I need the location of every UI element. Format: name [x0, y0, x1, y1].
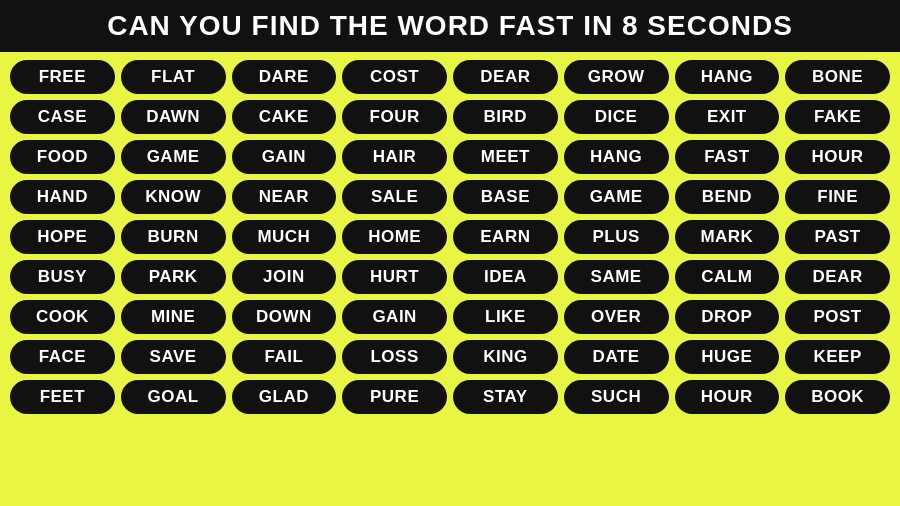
word-pill: GLAD — [232, 380, 337, 414]
word-pill: CALM — [675, 260, 780, 294]
word-pill: HANG — [675, 60, 780, 94]
word-pill: PARK — [121, 260, 226, 294]
word-pill: FAST — [675, 140, 780, 174]
word-pill: DARE — [232, 60, 337, 94]
word-pill: DROP — [675, 300, 780, 334]
word-pill: FREE — [10, 60, 115, 94]
word-pill: DEAR — [453, 60, 558, 94]
word-pill: FINE — [785, 180, 890, 214]
word-pill: PLUS — [564, 220, 669, 254]
word-pill: CASE — [10, 100, 115, 134]
word-pill: LIKE — [453, 300, 558, 334]
word-pill: BEND — [675, 180, 780, 214]
word-grid: FREEFLATDARECOSTDEARGROWHANGBONECASEDAWN… — [0, 52, 900, 422]
word-pill: HAND — [10, 180, 115, 214]
word-pill: BUSY — [10, 260, 115, 294]
word-pill: NEAR — [232, 180, 337, 214]
word-pill: MEET — [453, 140, 558, 174]
word-pill: KEEP — [785, 340, 890, 374]
word-pill: BIRD — [453, 100, 558, 134]
word-pill: SAVE — [121, 340, 226, 374]
word-pill: GAIN — [232, 140, 337, 174]
word-pill: PURE — [342, 380, 447, 414]
word-pill: KING — [453, 340, 558, 374]
word-pill: HOUR — [675, 380, 780, 414]
word-pill: GROW — [564, 60, 669, 94]
word-pill: BOOK — [785, 380, 890, 414]
word-pill: HANG — [564, 140, 669, 174]
word-pill: FOOD — [10, 140, 115, 174]
word-pill: BURN — [121, 220, 226, 254]
word-pill: HAIR — [342, 140, 447, 174]
header: CAN YOU FIND THE WORD FAST IN 8 SECONDS — [0, 0, 900, 52]
word-pill: SUCH — [564, 380, 669, 414]
word-pill: FEET — [10, 380, 115, 414]
word-pill: FAKE — [785, 100, 890, 134]
header-suffix: SECONDS — [639, 10, 793, 41]
word-pill: IDEA — [453, 260, 558, 294]
word-pill: OVER — [564, 300, 669, 334]
word-pill: SAME — [564, 260, 669, 294]
word-pill: JOIN — [232, 260, 337, 294]
word-pill: SALE — [342, 180, 447, 214]
word-pill: GAIN — [342, 300, 447, 334]
word-pill: LOSS — [342, 340, 447, 374]
word-pill: EXIT — [675, 100, 780, 134]
word-pill: FACE — [10, 340, 115, 374]
word-pill: MARK — [675, 220, 780, 254]
word-pill: DEAR — [785, 260, 890, 294]
header-title: CAN YOU FIND THE WORD FAST IN — [107, 10, 622, 41]
word-pill: HOME — [342, 220, 447, 254]
word-pill: GAME — [121, 140, 226, 174]
header-number: 8 — [622, 10, 639, 41]
word-pill: HUGE — [675, 340, 780, 374]
word-pill: GAME — [564, 180, 669, 214]
word-pill: MUCH — [232, 220, 337, 254]
word-pill: HURT — [342, 260, 447, 294]
word-pill: FLAT — [121, 60, 226, 94]
word-pill: BASE — [453, 180, 558, 214]
word-pill: STAY — [453, 380, 558, 414]
word-pill: COST — [342, 60, 447, 94]
word-pill: EARN — [453, 220, 558, 254]
word-pill: DATE — [564, 340, 669, 374]
word-pill: CAKE — [232, 100, 337, 134]
word-pill: DAWN — [121, 100, 226, 134]
word-pill: FAIL — [232, 340, 337, 374]
word-pill: HOPE — [10, 220, 115, 254]
word-pill: GOAL — [121, 380, 226, 414]
word-pill: MINE — [121, 300, 226, 334]
word-pill: DICE — [564, 100, 669, 134]
word-pill: HOUR — [785, 140, 890, 174]
word-pill: COOK — [10, 300, 115, 334]
word-pill: POST — [785, 300, 890, 334]
word-pill: FOUR — [342, 100, 447, 134]
word-pill: DOWN — [232, 300, 337, 334]
word-pill: PAST — [785, 220, 890, 254]
word-pill: KNOW — [121, 180, 226, 214]
word-pill: BONE — [785, 60, 890, 94]
